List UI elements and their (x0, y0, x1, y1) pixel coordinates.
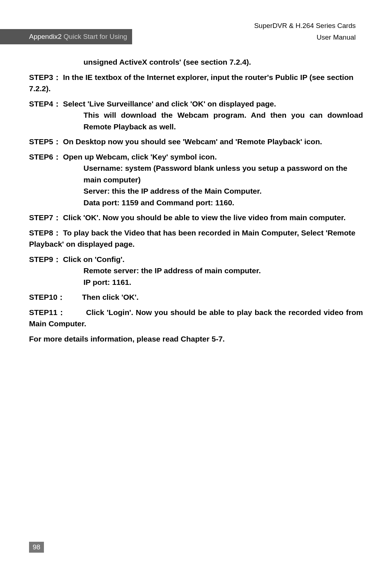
step-body: Data port: 1159 and Command port: 1160. (83, 197, 363, 209)
step-label: STEP7： (29, 213, 61, 222)
step-11: STEP11： Click 'Login'. Now you should be… (29, 307, 363, 330)
step-text: Click on 'Config'. (63, 255, 124, 263)
appendix-title: Quick Start for Using (62, 33, 127, 40)
step-text: Select 'Live Surveillance' and click 'OK… (63, 100, 276, 108)
step-label: STEP10： (29, 293, 65, 301)
step-5: STEP5： On Desktop now you should see 'We… (29, 136, 363, 148)
step-label: STEP11： (29, 308, 66, 316)
step-text: In the IE textbox of the Internet explor… (29, 73, 354, 93)
step-10: STEP10： Then click 'OK'. (29, 291, 363, 303)
step-text: Then click 'OK'. (82, 293, 139, 301)
step-4: STEP4： Select 'Live Surveillance' and cl… (29, 98, 363, 133)
step-body: This will download the Webcam program. A… (83, 109, 363, 132)
product-name: SuperDVR & H.264 Series Cards (254, 22, 356, 30)
appendix-tab: Appendix2 Quick Start for Using (0, 29, 132, 44)
step-label: STEP3： (29, 73, 61, 81)
content-body: unsigned ActiveX controls' (see section … (29, 56, 363, 344)
step-body: Server: this the IP address of the Main … (83, 185, 363, 197)
step-label: STEP4： (29, 100, 61, 108)
step-3: STEP3： In the IE textbox of the Internet… (29, 72, 363, 94)
step-label: STEP8： (29, 229, 61, 237)
footer-note: For more details information, please rea… (29, 333, 363, 345)
header-right: SuperDVR & H.264 Series Cards User Manua… (254, 22, 356, 41)
step-body: Username: system (Password blank unless … (83, 162, 363, 185)
step-text: To play back the Video that has been rec… (29, 229, 355, 249)
page-number: 98 (29, 542, 44, 553)
page: SuperDVR & H.264 Series Cards User Manua… (0, 0, 392, 569)
step-label: STEP9： (29, 255, 61, 263)
continued-line: unsigned ActiveX controls' (see section … (83, 56, 363, 68)
step-8: STEP8： To play back the Video that has b… (29, 227, 363, 250)
step-label: STEP5： (29, 137, 61, 146)
step-7: STEP7： Click 'OK'. Now you should be abl… (29, 212, 363, 223)
step-label: STEP6： (29, 153, 61, 161)
step-9: STEP9： Click on 'Config'. Remote server:… (29, 254, 363, 288)
appendix-label: Appendix2 (29, 33, 62, 40)
step-text: On Desktop now you should see 'Webcam' a… (63, 137, 322, 146)
step-body: IP port: 1161. (83, 277, 363, 288)
step-body: Remote server: the IP address of main co… (83, 265, 363, 277)
step-text: Click 'OK'. Now you should be able to vi… (63, 213, 346, 222)
step-text: Click 'Login'. Now you should be able to… (29, 308, 363, 328)
step-text: Open up Webcam, click 'Key' symbol icon. (63, 153, 217, 161)
step-6: STEP6： Open up Webcam, click 'Key' symbo… (29, 151, 363, 209)
doc-type: User Manual (254, 33, 356, 41)
